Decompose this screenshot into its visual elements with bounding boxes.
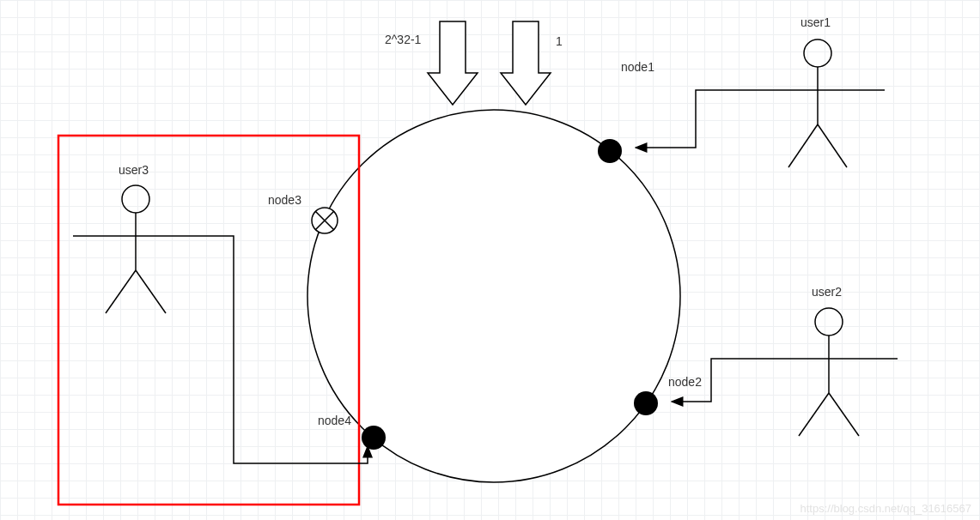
arrow-min-hash	[501, 21, 551, 105]
node1-dot	[598, 139, 622, 163]
svg-point-3	[804, 39, 831, 67]
svg-point-0	[312, 208, 338, 233]
max-hash-label: 2^32-1	[385, 33, 421, 46]
node3-label: node3	[268, 193, 301, 207]
arrow-max-hash	[428, 21, 478, 105]
user3-to-node4-arrow	[204, 236, 368, 463]
user3-label: user3	[119, 163, 149, 177]
node1-label: node1	[621, 60, 654, 74]
diagram-canvas: 2^32-1 1 node1 node2 node3 node4 user1 u…	[0, 0, 980, 520]
node3-removed-icon	[312, 208, 338, 233]
svg-line-11	[799, 393, 829, 436]
node4-label: node4	[318, 414, 351, 427]
user1-label: user1	[800, 15, 831, 29]
min-hash-label: 1	[556, 34, 563, 48]
svg-line-7	[818, 124, 847, 167]
svg-line-1	[315, 211, 334, 230]
diagram-svg	[0, 0, 980, 520]
user2-label: user2	[812, 285, 842, 299]
hash-ring	[307, 110, 680, 482]
highlight-box	[58, 136, 359, 505]
user2-figure	[764, 308, 898, 436]
watermark: https://blog.csdn.net/qq_31616567	[800, 502, 972, 515]
node2-label: node2	[668, 375, 702, 389]
svg-line-6	[788, 124, 818, 167]
svg-point-8	[815, 308, 843, 336]
user1-figure	[756, 39, 885, 167]
svg-line-2	[315, 211, 334, 230]
svg-line-17	[136, 270, 166, 313]
svg-line-12	[829, 393, 859, 436]
user1-to-node1-arrow	[636, 90, 756, 148]
svg-point-13	[122, 185, 149, 213]
node2-dot	[634, 391, 658, 415]
svg-line-16	[106, 270, 136, 313]
user3-figure	[73, 185, 204, 313]
node4-dot	[362, 426, 386, 450]
